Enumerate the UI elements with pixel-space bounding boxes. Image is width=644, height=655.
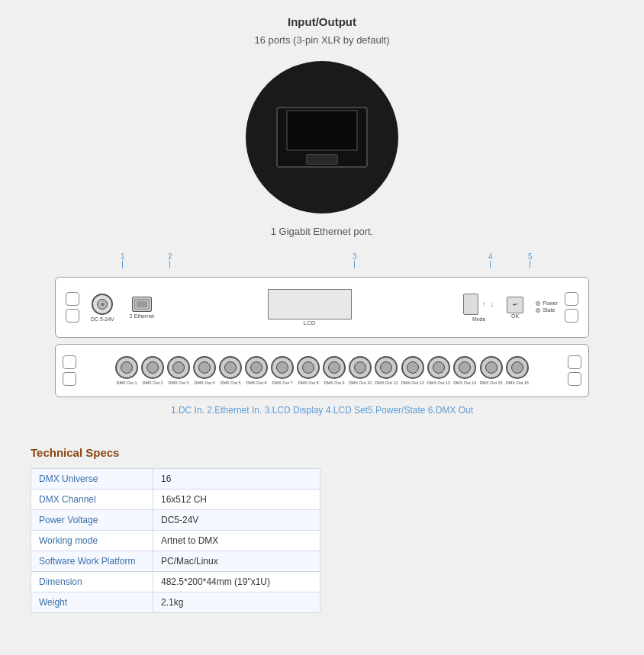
dmx-connector-12: DMX Out 12 [401, 356, 424, 385]
subtitle: 16 ports (3-pin XLR by default) [31, 34, 613, 46]
dmx-label-8: DMX Out 8 [298, 380, 318, 385]
eth-port-connector [137, 301, 147, 307]
ann-num-4: 4 [488, 252, 493, 261]
xlr-inner-8 [302, 361, 314, 374]
dmx-label-4: DMX Out 4 [194, 380, 214, 385]
dmx-connector-16: DMX Out 16 [506, 356, 529, 385]
xlr-circle-4 [193, 356, 216, 379]
dc-symbol: ⊕ [101, 301, 105, 307]
table-row: DMX Channel 16x512 CH [31, 490, 320, 510]
tech-specs-title: Technical Specs [31, 446, 613, 459]
table-row: Working mode Artnet to DMX [31, 531, 320, 551]
corner-btn-bottom-left [66, 309, 79, 323]
table-row: Power Voltage DC5-24V [31, 510, 320, 531]
dmx-label-14: DMX Out 14 [453, 380, 476, 385]
ann-num-3: 3 [353, 252, 357, 261]
dmx-label-12: DMX Out 12 [401, 380, 424, 385]
dmx-label-11: DMX Out 11 [375, 380, 398, 385]
corner-btn-top-right [565, 292, 578, 306]
dmx-connector-3: DMX Out 3 [167, 356, 190, 385]
corner-btn-btm-bl [63, 372, 76, 386]
xlr-inner-5 [224, 361, 237, 374]
xlr-inner-16 [511, 361, 523, 374]
spec-label-3: Working mode [31, 531, 153, 551]
dmx-label-3: DMX Out 3 [168, 380, 188, 385]
arrow-down: ↓ [490, 300, 495, 308]
xlr-inner-12 [407, 361, 419, 374]
ethernet-image-wrapper [31, 61, 613, 214]
xlr-inner-4 [198, 361, 211, 374]
table-row: Weight 2.1kg [31, 592, 320, 613]
xlr-inner-7 [276, 361, 288, 374]
spec-label-1: DMX Channel [31, 490, 153, 510]
dmx-connector-15: DMX Out 15 [479, 356, 502, 385]
xlr-circle-15 [480, 356, 503, 379]
spec-value-0: 16 [153, 469, 320, 490]
dmx-label-10: DMX Out 10 [349, 380, 372, 385]
annotation-2: 2 [168, 252, 172, 270]
xlr-circle-6 [245, 356, 268, 379]
xlr-circle-9 [323, 356, 346, 379]
xlr-circle-13 [427, 356, 450, 379]
ethernet-label: 2 Ethernet [130, 313, 154, 319]
ethernet-port-diagram [132, 297, 152, 312]
xlr-inner-14 [459, 361, 471, 374]
specs-table: DMX Universe 16 DMX Channel 16x512 CH Po… [31, 468, 320, 613]
table-row: DMX Universe 16 [31, 469, 320, 490]
annotation-1: 1 [121, 252, 125, 270]
xlr-circle-2 [141, 356, 164, 379]
dmx-connector-8: DMX Out 8 [297, 356, 320, 385]
dmx-connector-2: DMX Out 2 [141, 356, 164, 385]
dmx-label-7: DMX Out 7 [272, 380, 292, 385]
lcd-group: LCD [268, 289, 352, 326]
xlr-inner-9 [328, 361, 340, 374]
xlr-circle-5 [219, 356, 242, 379]
lcd-display [268, 289, 352, 319]
xlr-inner-3 [172, 361, 185, 374]
device-bottom-diagram: DMX Out 1 DMX Out 2 DMX Out 3 DMX Out 4 … [55, 344, 589, 397]
device-diagram-wrapper: 1 2 3 4 5 ⊕ [31, 252, 613, 438]
dmx-label-9: DMX Out 9 [324, 380, 344, 385]
xlr-circle-12 [401, 356, 424, 379]
mode-label: Mode [472, 316, 486, 322]
ethernet-port [276, 107, 368, 168]
table-row: Dimension 482.5*200*44mm (19"x1U) [31, 572, 320, 592]
xlr-circle-1 [115, 356, 138, 379]
dmx-label-13: DMX Out 13 [427, 380, 450, 385]
ok-button[interactable]: ↵ [507, 297, 523, 313]
corner-btn-btm-tr [568, 355, 581, 369]
annotation-4: 4 [488, 252, 493, 270]
xlr-inner-1 [121, 361, 133, 374]
dc-in-inner: ⊕ [97, 299, 108, 310]
spec-label-5: Dimension [31, 572, 153, 592]
lcd-text-label: LCD [304, 319, 316, 326]
spec-label-2: Power Voltage [31, 510, 153, 531]
state-led [536, 308, 540, 313]
left-corner-group [63, 291, 82, 324]
eth-port-inner [134, 299, 150, 310]
dmx-connector-13: DMX Out 13 [427, 356, 450, 385]
arrow-up: ↑ [481, 300, 487, 308]
diagram-caption: 1.DC In. 2.Ethernet In. 3.LCD Display 4.… [171, 405, 473, 416]
dmx-connectors-row: DMX Out 1 DMX Out 2 DMX Out 3 DMX Out 4 … [79, 356, 565, 385]
dc-in-group: ⊕ DC 5-24V [91, 294, 114, 322]
right-corner-bottom [565, 354, 584, 387]
xlr-circle-8 [297, 356, 320, 379]
dmx-label-6: DMX Out 6 [246, 380, 266, 385]
xlr-inner-11 [380, 361, 392, 374]
ok-label: OK [511, 313, 519, 319]
state-row: State [536, 307, 558, 313]
xlr-inner-13 [433, 361, 445, 374]
dc-in-connector: ⊕ [92, 294, 113, 315]
xlr-circle-16 [506, 356, 529, 379]
dmx-connector-10: DMX Out 10 [349, 356, 372, 385]
annotations-row: 1 2 3 4 5 [55, 252, 589, 275]
dmx-connector-14: DMX Out 14 [453, 356, 476, 385]
tech-specs-section: Technical Specs DMX Universe 16 DMX Chan… [31, 446, 613, 613]
dmx-connector-5: DMX Out 5 [219, 356, 242, 385]
dmx-label-2: DMX Out 2 [142, 380, 163, 385]
mode-btn-1[interactable] [463, 294, 478, 315]
dmx-label-15: DMX Out 15 [479, 380, 502, 385]
lcd-area: LCD [160, 289, 459, 326]
xlr-inner-15 [485, 361, 497, 374]
